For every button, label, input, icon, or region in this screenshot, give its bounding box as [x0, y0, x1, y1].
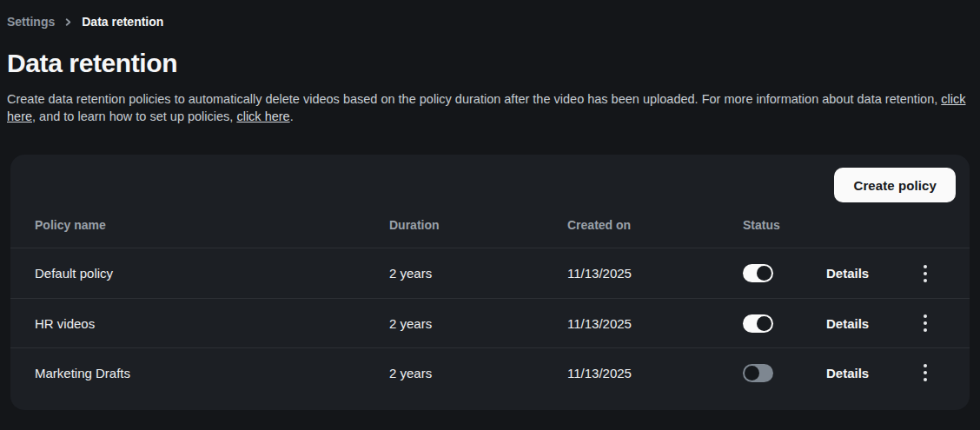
policy-name-cell: HR videos	[35, 316, 389, 331]
created-on-cell: 11/13/2025	[567, 366, 743, 380]
details-button[interactable]: Details	[826, 366, 869, 380]
policy-name-cell: Default policy	[35, 266, 389, 281]
table-row: Default policy 2 years 11/13/2025 Detail…	[10, 248, 970, 298]
table-row: Marketing Drafts 2 years 11/13/2025 Deta…	[10, 347, 970, 397]
created-on-cell: 11/13/2025	[567, 266, 743, 281]
description-text: , and to learn how to set up policies,	[32, 109, 236, 123]
page-title: Data retention	[7, 48, 980, 79]
status-toggle[interactable]	[743, 264, 773, 282]
column-header-status: Status	[743, 218, 826, 232]
toggle-knob	[757, 316, 771, 331]
duration-cell: 2 years	[389, 366, 567, 380]
table-header-row: Policy name Duration Created on Status	[10, 202, 970, 248]
status-toggle[interactable]	[743, 364, 773, 382]
breadcrumb-current-page: Data retention	[82, 15, 163, 29]
kebab-menu-icon[interactable]	[920, 359, 930, 387]
table-row: HR videos 2 years 11/13/2025 Details	[10, 298, 970, 347]
kebab-menu-icon[interactable]	[920, 309, 930, 337]
chevron-right-icon	[63, 17, 73, 27]
created-on-cell: 11/13/2025	[567, 316, 743, 331]
duration-cell: 2 years	[389, 266, 567, 281]
create-policy-button[interactable]: Create policy	[834, 168, 956, 202]
status-toggle[interactable]	[743, 314, 773, 333]
policy-name-cell: Marketing Drafts	[35, 366, 389, 380]
details-button[interactable]: Details	[826, 266, 869, 281]
duration-cell: 2 years	[389, 316, 567, 331]
panel-toolbar: Create policy	[10, 168, 970, 202]
toggle-knob	[745, 366, 759, 380]
column-header-created-on: Created on	[567, 218, 743, 232]
description-text: .	[290, 109, 294, 123]
kebab-menu-icon[interactable]	[920, 260, 930, 288]
description-text: Create data retention policies to automa…	[7, 92, 941, 106]
column-header-duration: Duration	[389, 218, 567, 232]
breadcrumb-settings-link[interactable]: Settings	[7, 15, 55, 29]
details-button[interactable]: Details	[826, 316, 869, 331]
data-retention-panel: Create policy Policy name Duration Creat…	[10, 155, 970, 410]
breadcrumb: Settings Data retention	[0, 0, 980, 29]
toggle-knob	[757, 266, 771, 281]
page-description: Create data retention policies to automa…	[7, 90, 973, 125]
setup-policies-link[interactable]: click here	[236, 109, 289, 123]
column-header-policy-name: Policy name	[35, 218, 389, 232]
